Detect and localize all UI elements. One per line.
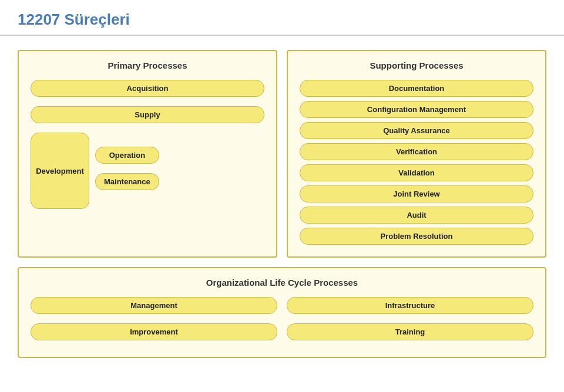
page-title: 12207 Süreçleri — [18, 11, 546, 29]
supporting-items: Documentation Configuration Management Q… — [300, 80, 533, 245]
org-left: Management Improvement — [31, 297, 277, 345]
supply-box: Supply — [31, 106, 264, 123]
development-box: Development — [31, 133, 89, 209]
acq-supply-row: Acquisition Supply — [31, 80, 264, 128]
org-infrastructure: Infrastructure — [287, 297, 533, 314]
org-panel-title: Organizational Life Cycle Processes — [31, 278, 533, 288]
support-verification: Verification — [300, 143, 533, 160]
op-maint-col: Operation Maintenance — [95, 133, 159, 209]
top-row: Primary Processes Acquisition Supply Dev… — [18, 50, 546, 258]
main-content: Primary Processes Acquisition Supply Dev… — [0, 50, 564, 358]
supporting-panel: Supporting Processes Documentation Confi… — [287, 50, 546, 258]
support-problem-resolution: Problem Resolution — [300, 228, 533, 245]
supporting-panel-title: Supporting Processes — [300, 60, 533, 70]
support-documentation: Documentation — [300, 80, 533, 97]
operation-box: Operation — [95, 147, 159, 164]
org-right: Infrastructure Training — [287, 297, 533, 345]
dev-op-row: Development Operation Maintenance — [31, 133, 264, 209]
org-improvement: Improvement — [31, 323, 277, 340]
support-audit: Audit — [300, 207, 533, 224]
primary-structure: Acquisition Supply Development Operation… — [31, 80, 264, 209]
support-quality-assurance: Quality Assurance — [300, 122, 533, 139]
org-panel: Organizational Life Cycle Processes Mana… — [18, 267, 546, 358]
support-config-mgmt: Configuration Management — [300, 101, 533, 118]
support-joint-review: Joint Review — [300, 185, 533, 202]
support-validation: Validation — [300, 164, 533, 181]
maintenance-box: Maintenance — [95, 173, 159, 190]
primary-panel-title: Primary Processes — [31, 60, 264, 70]
org-training: Training — [287, 323, 533, 340]
page-header: 12207 Süreçleri — [0, 0, 564, 36]
acquisition-box: Acquisition — [31, 80, 264, 97]
org-inner: Management Improvement Infrastructure Tr… — [31, 297, 533, 345]
primary-panel: Primary Processes Acquisition Supply Dev… — [18, 50, 277, 258]
org-management: Management — [31, 297, 277, 314]
